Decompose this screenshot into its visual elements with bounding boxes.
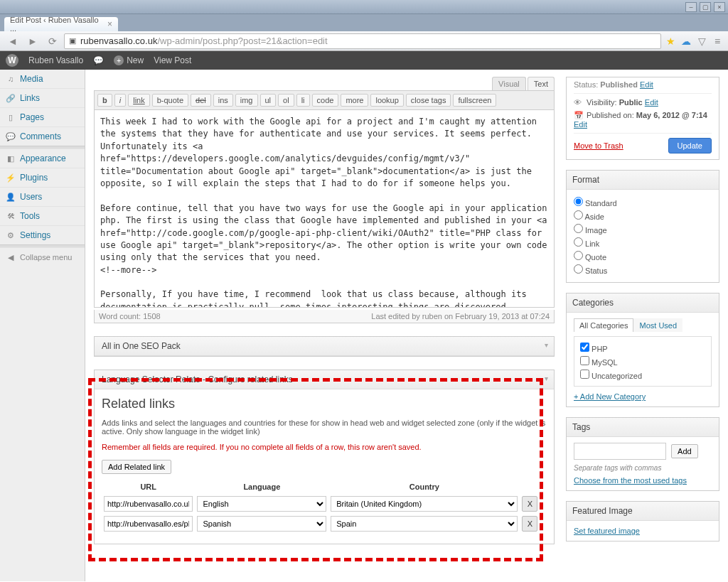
close-icon[interactable]: × xyxy=(107,19,112,29)
add-tag-button[interactable]: Add xyxy=(671,444,698,458)
closetags-button[interactable]: close tags xyxy=(406,94,451,107)
format-quote[interactable]: Quote xyxy=(574,249,712,263)
tags-box-header[interactable]: Tags xyxy=(567,418,719,437)
col-language: Language xyxy=(195,480,328,494)
adminbar-new-link[interactable]: + New xyxy=(114,55,144,65)
fullscreen-button[interactable]: fullscreen xyxy=(453,94,496,107)
lsr-metabox: Language Selector Relate - Configure rel… xyxy=(94,370,555,544)
category-php[interactable]: PHP xyxy=(580,341,705,355)
users-icon: 👤 xyxy=(6,192,16,202)
browser-tab[interactable]: Edit Post ‹ Ruben Vasallo ... × xyxy=(4,17,118,31)
categories-box: Categories All Categories Most Used PHP … xyxy=(566,293,719,407)
italic-button[interactable]: i xyxy=(114,94,126,107)
menu-pages[interactable]: ▯ Pages xyxy=(0,107,85,126)
chevron-left-icon: ◀ xyxy=(6,252,16,262)
add-new-category-link[interactable]: + Add New Category xyxy=(574,392,712,401)
tab-text[interactable]: Text xyxy=(528,77,555,90)
reload-button[interactable]: ⟳ xyxy=(44,34,61,48)
remove-row-button[interactable]: X xyxy=(522,516,537,532)
menu-links[interactable]: 🔗 Links xyxy=(0,88,85,107)
bookmark-star-icon[interactable]: ★ xyxy=(664,35,677,48)
browser-tabstrip: Edit Post ‹ Ruben Vasallo ... × xyxy=(0,14,728,31)
country-select[interactable]: Britain (United Kingdom) xyxy=(331,496,518,512)
wp-admin-bar: W Ruben Vasallo 💬 + New View Post xyxy=(0,51,728,70)
blockquote-button[interactable]: b-quote xyxy=(152,94,188,107)
img-button[interactable]: img xyxy=(235,94,258,107)
menu-settings[interactable]: ⚙ Settings xyxy=(0,225,85,244)
menu-media[interactable]: ♫ Media xyxy=(0,70,85,88)
more-button[interactable]: more xyxy=(341,94,368,107)
del-button[interactable]: del xyxy=(191,94,211,107)
menu-users[interactable]: 👤 Users xyxy=(0,187,85,206)
post-content-textarea[interactable] xyxy=(94,110,555,308)
tab-most-used[interactable]: Most Used xyxy=(633,318,682,332)
shield-icon[interactable]: ▽ xyxy=(695,35,708,48)
tab-all-categories[interactable]: All Categories xyxy=(574,318,633,332)
move-to-trash-link[interactable]: Move to Trash xyxy=(574,141,623,150)
adminbar-comments-icon[interactable]: 💬 xyxy=(93,55,104,65)
code-button[interactable]: code xyxy=(312,94,339,107)
link-button[interactable]: link xyxy=(128,94,150,107)
li-button[interactable]: li xyxy=(296,94,310,107)
categories-box-header[interactable]: Categories xyxy=(567,293,719,313)
cloud-icon[interactable]: ☁ xyxy=(680,35,692,48)
ul-button[interactable]: ul xyxy=(260,94,277,107)
lookup-button[interactable]: lookup xyxy=(370,94,403,107)
menu-collapse[interactable]: ◀ Collapse menu xyxy=(0,247,85,266)
update-button[interactable]: Update xyxy=(668,138,712,153)
url-input[interactable] xyxy=(104,496,193,512)
format-standard[interactable]: Standard xyxy=(574,195,712,209)
chevron-down-icon: ▾ xyxy=(545,374,548,382)
window-close-button[interactable]: × xyxy=(714,2,725,12)
featured-box-header[interactable]: Featured Image xyxy=(567,502,719,521)
back-button[interactable]: ◄ xyxy=(4,34,21,48)
lsr-metabox-header[interactable]: Language Selector Relate - Configure rel… xyxy=(95,370,554,389)
ol-button[interactable]: ol xyxy=(278,94,294,107)
menu-appearance[interactable]: ◧ Appearance xyxy=(0,149,85,168)
edit-status-link[interactable]: Edit xyxy=(640,80,653,89)
url-input[interactable] xyxy=(104,516,193,532)
ins-button[interactable]: ins xyxy=(213,94,233,107)
category-mysql[interactable]: MySQL xyxy=(580,355,705,368)
lsr-warning: Remember all fields are required. If you… xyxy=(102,443,547,451)
adminbar-view-post[interactable]: View Post xyxy=(154,55,191,65)
page-icon: ▯ xyxy=(6,112,16,122)
category-uncategorized[interactable]: Uncategorized xyxy=(580,368,705,382)
forward-button[interactable]: ► xyxy=(24,34,41,48)
choose-tags-link[interactable]: Choose from the most used tags xyxy=(574,476,712,485)
related-links-table: URL Language Country English Britain (Un… xyxy=(102,480,547,534)
wordpress-logo-icon[interactable]: W xyxy=(6,54,18,67)
language-select[interactable]: English xyxy=(197,496,326,512)
add-related-link-button[interactable]: Add Related link xyxy=(102,460,171,474)
edit-visibility-link[interactable]: Edit xyxy=(645,98,658,107)
tags-box: Tags Add Separate tags with commas Choos… xyxy=(566,417,719,491)
editor-mode-switch: Visual Text xyxy=(94,77,555,90)
format-status[interactable]: Status xyxy=(574,263,712,276)
adminbar-site-link[interactable]: Ruben Vasallo xyxy=(28,55,83,65)
browser-toolbar: ◄ ► ⟳ ▣ rubenvasallo.co.uk/wp-admin/post… xyxy=(0,31,728,51)
language-select[interactable]: Spanish xyxy=(197,516,326,532)
format-aside[interactable]: Aside xyxy=(574,209,712,222)
menu-tools[interactable]: 🛠 Tools xyxy=(0,206,85,225)
plug-icon: ⚡ xyxy=(6,173,16,183)
window-minimize-button[interactable]: – xyxy=(685,2,697,12)
bold-button[interactable]: b xyxy=(97,94,112,107)
country-select[interactable]: Spain xyxy=(331,516,518,532)
tag-input[interactable] xyxy=(574,443,666,460)
url-text: rubenvasallo.co.uk/wp-admin/post.php?pos… xyxy=(80,36,328,46)
edit-date-link[interactable]: Edit xyxy=(574,120,587,129)
menu-plugins[interactable]: ⚡ Plugins xyxy=(0,168,85,187)
comment-icon: 💬 xyxy=(6,131,16,141)
set-featured-image-link[interactable]: Set featured image xyxy=(574,527,712,535)
menu-icon[interactable]: ≡ xyxy=(711,35,724,48)
url-bar[interactable]: ▣ rubenvasallo.co.uk/wp-admin/post.php?p… xyxy=(64,33,661,49)
seo-metabox-header[interactable]: All in One SEO Pack ▾ xyxy=(95,337,554,356)
window-maximize-button[interactable]: ▢ xyxy=(700,2,711,12)
tab-visual[interactable]: Visual xyxy=(492,77,526,90)
format-link[interactable]: Link xyxy=(574,236,712,249)
menu-comments[interactable]: 💬 Comments xyxy=(0,126,85,146)
format-box-header[interactable]: Format xyxy=(567,171,719,190)
remove-row-button[interactable]: X xyxy=(522,496,537,512)
format-image[interactable]: Image xyxy=(574,222,712,236)
link-icon: 🔗 xyxy=(6,93,16,103)
